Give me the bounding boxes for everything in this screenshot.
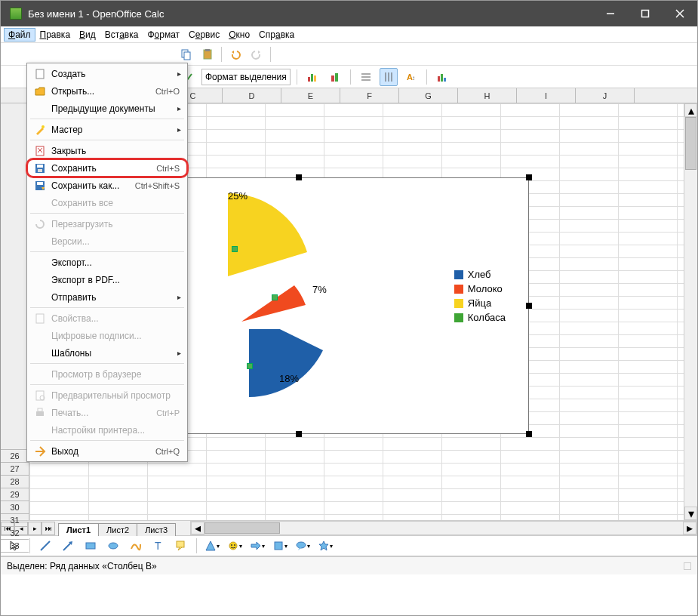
chart-3d-icon[interactable] [326, 68, 344, 86]
freeform-icon[interactable] [127, 537, 145, 555]
horizontal-scrollbar[interactable]: ◂ ▸ [190, 521, 697, 535]
menu-item-recent[interactable]: Предыдущие документы▸ [27, 100, 187, 117]
sheet-tab[interactable]: Лист3 [137, 523, 176, 536]
svg-text:↕: ↕ [412, 75, 415, 82]
paste-button[interactable] [198, 45, 217, 63]
menu-help[interactable]: Справка [254, 28, 299, 42]
block-arrows-icon[interactable]: ▾ [248, 537, 266, 555]
minimize-button[interactable] [593, 1, 628, 26]
menu-item-templates[interactable]: Шаблоны▸ [27, 344, 187, 362]
svg-line-25 [63, 543, 71, 550]
row-header[interactable]: 29 [1, 488, 29, 501]
flowchart-icon[interactable]: ▾ [271, 537, 289, 555]
series-handle[interactable] [272, 294, 278, 300]
svg-rect-9 [311, 74, 313, 82]
resize-handle[interactable] [296, 431, 302, 437]
menu-item-save[interactable]: СохранитьCtrl+S [27, 159, 187, 177]
menu-tools[interactable]: Сервис [184, 28, 224, 42]
col-header[interactable]: F [340, 88, 399, 103]
resize-handle[interactable] [526, 431, 532, 437]
data-label-milk: 7% [312, 284, 327, 295]
grid-v-icon[interactable] [380, 68, 398, 86]
menu-item-close[interactable]: Закрыть [27, 142, 187, 159]
scroll-thumb[interactable] [204, 522, 280, 534]
menu-file[interactable]: Файл [4, 28, 35, 42]
arrow-icon[interactable] [59, 537, 77, 555]
chart-legend: Хлеб Молоко Яйца Колбаса [454, 269, 506, 326]
maximize-button[interactable] [628, 1, 663, 26]
data-label-eggs: 25% [228, 190, 248, 202]
scroll-right-button[interactable]: ▸ [683, 522, 696, 534]
legend-label: Яйца [468, 297, 491, 309]
rectangle-icon[interactable] [81, 537, 100, 555]
chart-type-icon[interactable] [303, 68, 321, 86]
copy-button[interactable] [177, 45, 195, 63]
menu-edit[interactable]: Правка [35, 28, 75, 42]
undo-button[interactable] [226, 45, 244, 63]
scroll-thumb[interactable] [685, 117, 696, 170]
stars-icon[interactable]: ▾ [316, 537, 334, 555]
last-sheet-button[interactable]: ⏭ [42, 522, 55, 535]
line-icon[interactable] [36, 537, 54, 555]
file-menu-dropdown: Создать▸ Открыть...Ctrl+O Предыдущие док… [26, 63, 188, 462]
menu-item-versions: Версии... [27, 233, 187, 250]
col-header[interactable]: J [576, 88, 635, 103]
basic-shapes-icon[interactable]: ▾ [203, 537, 221, 555]
scroll-down-button[interactable]: ▾ [684, 507, 697, 520]
symbol-shapes-icon[interactable]: ▾ [226, 537, 244, 555]
redo-button[interactable] [248, 45, 266, 63]
menu-item-wizard[interactable]: Мастер▸ [27, 121, 187, 138]
row-header[interactable]: 28 [1, 476, 29, 488]
menu-item-send[interactable]: Отправить▸ [27, 288, 187, 306]
series-handle[interactable] [247, 363, 253, 369]
ellipse-icon[interactable] [104, 537, 122, 555]
menubar: Файл Правка Вид Вставка Формат Сервис Ок… [1, 26, 697, 43]
callouts-icon[interactable]: ▾ [294, 537, 312, 555]
col-header[interactable]: D [223, 88, 281, 103]
vertical-scrollbar[interactable]: ▴ ▾ [684, 103, 697, 520]
row-header[interactable]: 32 [1, 527, 29, 540]
next-sheet-button[interactable]: ▸ [28, 522, 42, 535]
svg-rect-35 [36, 69, 44, 79]
col-header[interactable]: I [517, 88, 576, 103]
menu-insert[interactable]: Вставка [100, 28, 143, 42]
menu-item-exportpdf[interactable]: Экспорт в PDF... [27, 271, 187, 288]
col-header[interactable]: E [281, 88, 340, 103]
resize-handle[interactable] [526, 174, 532, 180]
sheet-tab[interactable]: Лист1 [58, 523, 99, 536]
col-header[interactable]: H [458, 88, 517, 103]
row-header[interactable]: 30 [1, 501, 29, 514]
axis-icon[interactable]: A↕ [402, 68, 420, 86]
sheet-tab[interactable]: Лист2 [98, 523, 137, 536]
callout-icon[interactable] [172, 537, 190, 555]
col-header[interactable]: G [399, 88, 458, 103]
menu-item-new[interactable]: Создать▸ [27, 65, 187, 82]
grid-h-icon[interactable] [357, 68, 375, 86]
menu-view[interactable]: Вид [75, 28, 100, 42]
svg-point-36 [42, 125, 45, 128]
resize-handle[interactable] [296, 174, 302, 180]
menu-format[interactable]: Формат [143, 28, 184, 42]
row-header[interactable]: 31 [1, 514, 29, 527]
menu-window[interactable]: Окно [224, 28, 254, 42]
series-handle[interactable] [232, 246, 238, 252]
menu-item-open[interactable]: Открыть...Ctrl+O [27, 82, 187, 100]
menu-item-exit[interactable]: ВыходCtrl+Q [27, 442, 187, 460]
resize-handle[interactable] [526, 303, 532, 309]
scroll-left-button[interactable]: ◂ [191, 522, 204, 534]
data-range-icon[interactable] [433, 68, 451, 86]
svg-rect-44 [37, 182, 43, 185]
menu-item-export[interactable]: Экспорт... [27, 254, 187, 271]
row-header[interactable]: 33 [1, 540, 29, 553]
menu-item-saveas[interactable]: Сохранить как...Ctrl+Shift+S [27, 177, 187, 194]
format-selection-box[interactable]: Формат выделения [201, 69, 291, 85]
legend-label: Молоко [468, 283, 503, 294]
scroll-up-button[interactable]: ▴ [684, 103, 697, 117]
svg-rect-37 [36, 146, 44, 156]
svg-point-27 [109, 543, 118, 549]
row-header[interactable]: 26 [1, 450, 29, 463]
statusbar: Выделен: Ряд данных «Столбец B» [1, 556, 697, 574]
row-header[interactable]: 27 [1, 463, 29, 476]
close-button[interactable] [663, 1, 697, 26]
text-icon[interactable]: T [149, 537, 168, 555]
